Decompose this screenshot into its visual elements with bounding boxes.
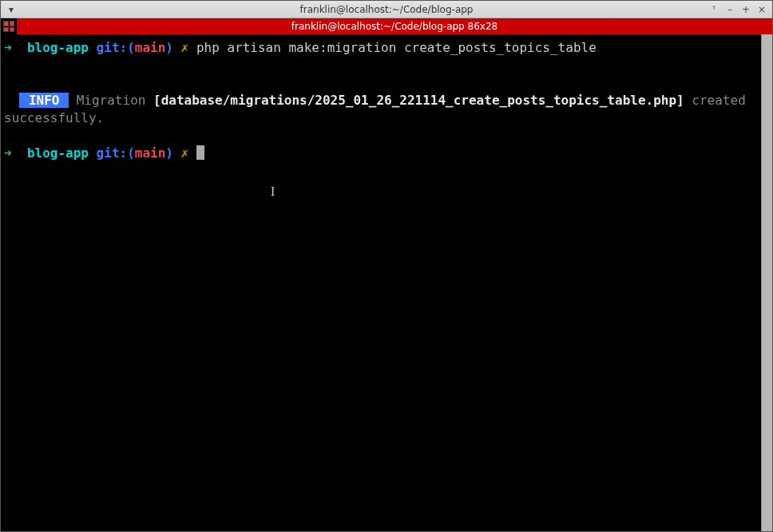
menu-button[interactable]: ▾ — [4, 3, 18, 16]
prompt-arrow: ➜ — [4, 40, 12, 55]
git-close: ) — [165, 40, 173, 55]
git-close: ) — [165, 145, 173, 161]
prompt-folder: blog-app — [27, 145, 89, 161]
git-label: git:( — [97, 40, 135, 55]
titlebar[interactable]: ▾ franklin@localhost:~/Code/blog-app ꜛ –… — [1, 1, 772, 18]
terminal[interactable]: ➜ blog-app git:(main) ✗ php artisan make… — [1, 34, 761, 531]
close-button[interactable]: × — [755, 3, 769, 16]
info-badge: INFO — [19, 93, 69, 108]
tab-title[interactable]: franklin@localhost:~/Code/blog-app 86x28 — [17, 18, 772, 34]
minimize-button[interactable]: – — [723, 3, 737, 16]
titlebar-left: ▾ — [4, 3, 18, 16]
up-button[interactable]: ꜛ — [707, 3, 721, 16]
dirty-indicator: ✗ — [181, 145, 189, 161]
tab-split-icon[interactable] — [1, 18, 17, 34]
git-branch: main — [135, 145, 166, 161]
maximize-button[interactable]: + — [739, 3, 753, 16]
terminal-cursor — [196, 145, 204, 160]
command-text: php artisan make:migration create_posts_… — [196, 40, 597, 55]
app-window: ▾ franklin@localhost:~/Code/blog-app ꜛ –… — [0, 0, 773, 532]
prompt-folder: blog-app — [27, 40, 89, 55]
prompt-arrow: ➜ — [4, 145, 12, 161]
text-caret-icon: I — [271, 183, 275, 200]
git-branch: main — [135, 40, 166, 55]
terminal-wrap: ➜ blog-app git:(main) ✗ php artisan make… — [1, 34, 772, 531]
migration-label: Migration — [69, 93, 153, 108]
scrollbar[interactable] — [761, 34, 772, 531]
git-label: git:( — [97, 145, 135, 161]
grid-icon — [3, 21, 14, 32]
tab-bar: franklin@localhost:~/Code/blog-app 86x28 — [1, 18, 772, 34]
migration-path: [database/migrations/2025_01_26_221114_c… — [153, 93, 684, 108]
window-title: franklin@localhost:~/Code/blog-app — [300, 4, 474, 15]
titlebar-right: ꜛ – + × — [707, 3, 769, 16]
dirty-indicator: ✗ — [181, 40, 189, 55]
